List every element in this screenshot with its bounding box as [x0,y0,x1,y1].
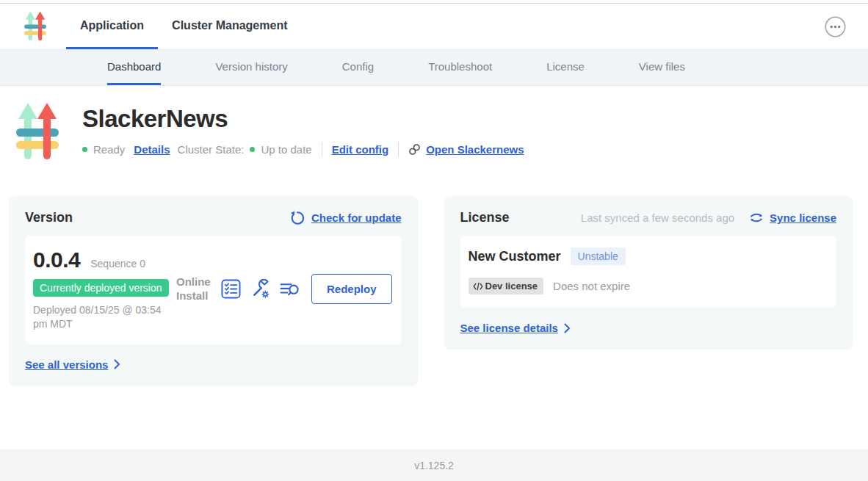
subnav-tab-label: View files [639,60,685,73]
status-divider [398,142,399,156]
edit-config-icon-button[interactable] [250,279,270,299]
subnav-tab-label: Version history [215,60,287,73]
cluster-state-value: Up to date [261,143,311,156]
channel-badge: Unstable [571,247,626,265]
sync-license-link[interactable]: Sync license [749,211,836,224]
sequence-label: Sequence 0 [90,258,145,270]
version-number: 0.0.4 [33,247,80,272]
subnav-tab-version-history[interactable]: Version history [215,50,287,85]
version-card-header: Version Check for update [25,210,402,225]
version-actions: Online Install [176,274,392,304]
console-version: v1.125.2 [414,460,454,471]
see-all-versions-label: See all versions [25,358,108,371]
license-card: License Last synced a few seconds ago Sy… [444,196,853,350]
version-card-title: Version [25,210,73,225]
top-tab-cluster-management[interactable]: Cluster Management [158,4,301,49]
wrench-gear-icon [250,279,270,299]
link-icon [408,143,421,156]
subnav-tab-dashboard[interactable]: Dashboard [107,50,161,85]
last-synced-text: Last synced a few seconds ago [581,211,734,224]
cluster-state-dot [250,147,255,152]
subnav-tab-config[interactable]: Config [342,50,374,85]
subnav-tab-label: Troubleshoot [428,60,492,73]
status-details-link[interactable]: Details [134,143,170,156]
license-type-label: Dev license [485,281,538,292]
deploy-logs-icon [280,279,300,299]
top-nav: Application Cluster Management [0,4,868,50]
edit-config-link[interactable]: Edit config [332,143,389,156]
app-status-dot [82,147,87,152]
chevron-right-icon [564,323,571,333]
license-type-row: Dev license Does not expire [469,278,828,294]
license-expiration: Does not expire [553,280,630,292]
sync-arrows-icon [749,211,764,224]
ellipsis-icon [825,16,846,37]
app-title: SlackerNews [82,105,524,133]
install-type-label: Online Install [176,275,211,303]
deployed-timestamp: Deployed 08/15/25 @ 03:54 pm MDT [33,303,173,331]
app-header-text: SlackerNews Ready Details Cluster State:… [82,102,524,165]
app-status-row: Ready Details Cluster State: Up to date … [82,142,524,156]
see-license-details-link[interactable]: See license details [460,322,571,334]
open-app-label: Open Slackernews [426,143,524,156]
app-footer: v1.125.2 [0,449,868,481]
license-card-title: License [460,210,510,225]
deployed-badge: Currently deployed version [33,279,169,297]
hashtag-arrows-logo-icon [24,11,46,42]
license-card-header: License Last synced a few seconds ago Sy… [460,210,837,225]
dashboard-cards: Version Check for update 0.0.4 Se [9,196,853,386]
check-for-update-link[interactable]: Check for update [290,211,402,225]
top-tab-application[interactable]: Application [66,4,158,49]
preflight-checks-icon [221,279,241,299]
subnav-tab-license[interactable]: License [546,50,585,85]
subnav-tab-troubleshoot[interactable]: Troubleshoot [428,50,492,85]
sync-license-label: Sync license [770,211,836,224]
dashboard-main: SlackerNews Ready Details Cluster State:… [0,86,868,449]
code-icon [473,282,483,291]
see-all-versions-link[interactable]: See all versions [25,358,120,371]
version-card: Version Check for update 0.0.4 Se [9,196,418,386]
see-license-details-label: See license details [460,322,558,334]
version-number-row: 0.0.4 Sequence 0 [33,247,173,272]
preflight-checks-button[interactable] [221,279,241,299]
app-icon [16,102,59,165]
refresh-icon [290,211,305,225]
subnav-tab-label: License [546,60,585,73]
version-info: 0.0.4 Sequence 0 Currently deployed vers… [33,247,173,331]
subnav-tab-view-files[interactable]: View files [639,50,685,85]
license-panel: New Customer Unstable Dev license Does n… [460,236,837,308]
app-header: SlackerNews Ready Details Cluster State:… [0,102,868,165]
license-card-actions: Last synced a few seconds ago Sync licen… [581,211,836,224]
license-type-badge: Dev license [469,278,544,294]
deploy-logs-button[interactable] [280,279,300,299]
subnav-tab-label: Dashboard [107,60,161,73]
cluster-state-label: Cluster State: [178,143,245,156]
customer-row: New Customer Unstable [469,247,828,265]
overflow-menu-button[interactable] [824,15,846,37]
hashtag-arrows-logo-icon [16,102,59,162]
version-card-actions: Check for update [290,211,402,225]
subnav-tab-label: Config [342,60,374,73]
open-app-link[interactable]: Open Slackernews [408,143,524,156]
chevron-right-icon [114,359,120,369]
customer-name: New Customer [469,249,561,264]
current-version-panel: 0.0.4 Sequence 0 Currently deployed vers… [25,236,402,344]
app-status-text: Ready [93,143,125,156]
check-for-update-label: Check for update [311,211,402,224]
redeploy-button[interactable]: Redeploy [311,274,392,304]
top-tab-label: Application [80,19,144,32]
app-subnav: Dashboard Version history Config Trouble… [0,50,868,86]
top-tab-bar: Application Cluster Management [66,4,301,49]
status-divider [322,142,322,156]
top-tab-label: Cluster Management [172,19,287,32]
brand-logo-button[interactable] [24,11,46,42]
